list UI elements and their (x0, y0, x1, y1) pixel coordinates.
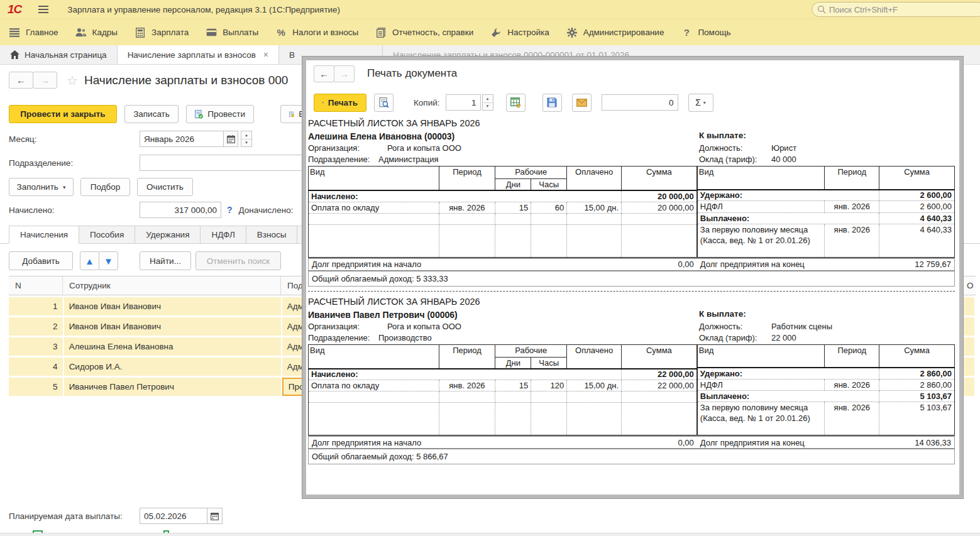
calendar-icon[interactable] (223, 131, 238, 147)
move-up-button[interactable]: ▲ (80, 251, 99, 270)
menu-item-payments[interactable]: Выплаты (206, 27, 258, 38)
forward-button[interactable]: → (33, 72, 57, 89)
menu-item-administration[interactable]: Администрирование (566, 27, 664, 38)
favorite-star-icon[interactable]: ☆ (67, 73, 78, 88)
post-and-close-button[interactable]: Провести и закрыть (9, 105, 117, 123)
actions-row: Заполнить ▾ Подбор Очистить (9, 178, 193, 196)
find-button[interactable]: Найти... (140, 251, 191, 270)
col-right-header[interactable]: О (963, 276, 976, 295)
tab-accruals[interactable]: Начисления (9, 226, 79, 244)
edit-table-button[interactable] (506, 94, 526, 112)
counter-input[interactable] (602, 94, 678, 111)
accrued-input[interactable] (140, 202, 221, 218)
month-input[interactable] (140, 131, 223, 147)
salary-label: Оклад (тариф): (699, 155, 757, 164)
wrench-icon (490, 27, 502, 38)
col-kind: Вид (697, 344, 824, 368)
payment-sum: 5 103,67 (879, 402, 955, 435)
tab-contributions[interactable]: Взносы (246, 226, 298, 244)
cell-right[interactable] (962, 378, 974, 396)
fill-button[interactable]: Заполнить ▾ (9, 178, 74, 196)
cell-employee[interactable]: Иванов Иван Иванович (64, 297, 281, 315)
main-menu-icon[interactable] (38, 6, 48, 13)
tab-benefits[interactable]: Пособия (79, 226, 135, 244)
department-input[interactable] (140, 155, 328, 171)
save-button[interactable] (542, 94, 562, 112)
clear-button[interactable]: Очистить (137, 178, 193, 196)
debt-end-label: Долг предприятия на конец (697, 260, 915, 269)
cell-right[interactable] (962, 297, 974, 315)
cell-n[interactable]: 3 (9, 337, 63, 356)
email-button[interactable] (572, 94, 592, 112)
dept-value: Администрация (378, 155, 439, 164)
cell-employee[interactable]: Иваничев Павел Петрович (64, 378, 281, 396)
preview-button[interactable] (374, 94, 394, 112)
add-button[interactable]: Добавить (9, 251, 73, 270)
cell-n[interactable]: 1 (9, 297, 63, 315)
move-down-button[interactable]: ▼ (99, 251, 118, 270)
sum-button[interactable]: Σ ▾ (688, 94, 713, 112)
table-toolbar: Добавить ▲ ▼ Найти... Отменить поиск (9, 251, 281, 270)
write-button[interactable]: Записать (124, 105, 179, 123)
menu-item-settings[interactable]: Настройка (490, 27, 549, 38)
to-pay-label: К выплате: (699, 131, 746, 140)
cancel-search-button[interactable]: Отменить поиск (195, 251, 281, 270)
month-stepper[interactable]: ▲ ▼ (241, 131, 252, 147)
step-down-icon[interactable]: ▼ (483, 103, 493, 111)
accruals-table: Вид Период Рабочие Оплачено Сумма Дни Ча… (308, 344, 697, 436)
step-up-icon[interactable]: ▲ (483, 95, 493, 103)
cell-right[interactable] (962, 358, 974, 376)
forward-button[interactable]: → (334, 65, 355, 82)
accrued-total-label: Начислено: (309, 369, 622, 380)
debt-end-value: 14 036,33 (915, 438, 954, 447)
menu-item-salary[interactable]: Зарплата (135, 27, 189, 38)
tab-deductions[interactable]: Удержания (135, 226, 201, 244)
back-button[interactable]: ← (9, 72, 33, 89)
cell-right[interactable] (962, 317, 974, 336)
calendar-icon[interactable] (207, 508, 223, 524)
copies-input[interactable] (446, 94, 481, 111)
back-button[interactable]: ← (314, 65, 334, 82)
print-button[interactable]: Печать (314, 94, 366, 112)
copies-stepper[interactable]: ▲ ▼ (482, 94, 493, 111)
menu-item-help[interactable]: ? Помощь (681, 27, 730, 38)
menu-item-main[interactable]: Главное (9, 27, 58, 38)
col-period: Период (439, 344, 495, 369)
month-label: Месяц: (9, 134, 140, 144)
print-button-label: Печать (328, 98, 358, 107)
col-employee-header[interactable]: Сотрудник (63, 276, 281, 295)
col-sum: Сумма (879, 167, 955, 190)
cell-n[interactable]: 5 (9, 378, 63, 396)
menu-item-label: Главное (26, 28, 58, 37)
cell-employee[interactable]: Иванов Иван Иванович (64, 317, 281, 336)
close-icon[interactable]: × (263, 50, 268, 60)
accrual-type: Оплата по окладу (309, 380, 439, 391)
step-down-icon[interactable]: ▼ (241, 139, 251, 147)
menu-item-hr[interactable]: Кадры (75, 27, 118, 38)
col-working: Рабочие (495, 167, 567, 179)
payslips-area[interactable]: РАСЧЕТНЫЙ ЛИСТОК ЗА ЯНВАРЬ 2026 Алешина … (308, 118, 957, 464)
payment-period: янв. 2026 (825, 402, 879, 435)
cell-employee[interactable]: Алешина Елена Ивановна (64, 337, 281, 356)
menu-item-label: Администрирование (583, 28, 664, 37)
col-n-header[interactable]: N (9, 276, 63, 295)
global-search-input[interactable]: Поиск Ctrl+Shift+F (812, 2, 980, 17)
help-icon[interactable]: ? (227, 205, 233, 215)
menu-item-taxes[interactable]: % Налоги и взносы (275, 27, 358, 38)
debt-end-label: Долг предприятия на конец (697, 438, 915, 447)
tab-ndfl[interactable]: НДФЛ (201, 226, 246, 244)
cell-right[interactable] (962, 337, 974, 356)
planned-date-input[interactable] (140, 508, 207, 524)
cell-employee[interactable]: Сидоров И.А. (64, 358, 281, 376)
cell-n[interactable]: 2 (9, 317, 63, 336)
ndfl-type: НДФЛ (697, 379, 824, 390)
step-up-icon[interactable]: ▲ (241, 131, 251, 139)
cell-n[interactable]: 4 (9, 358, 63, 376)
menu-item-reports[interactable]: Отчетность, справки (375, 27, 473, 38)
debt-row: Долг предприятия на начало 0,00 Долг пре… (308, 258, 955, 271)
ndfl-period: янв. 2026 (825, 379, 879, 390)
pick-button[interactable]: Подбор (80, 178, 130, 196)
tab-home[interactable]: Начальная страница (0, 45, 118, 64)
post-button[interactable]: Провести (186, 105, 254, 123)
tab-accrual-doc[interactable]: Начисление зарплаты и взносов × (118, 45, 279, 64)
